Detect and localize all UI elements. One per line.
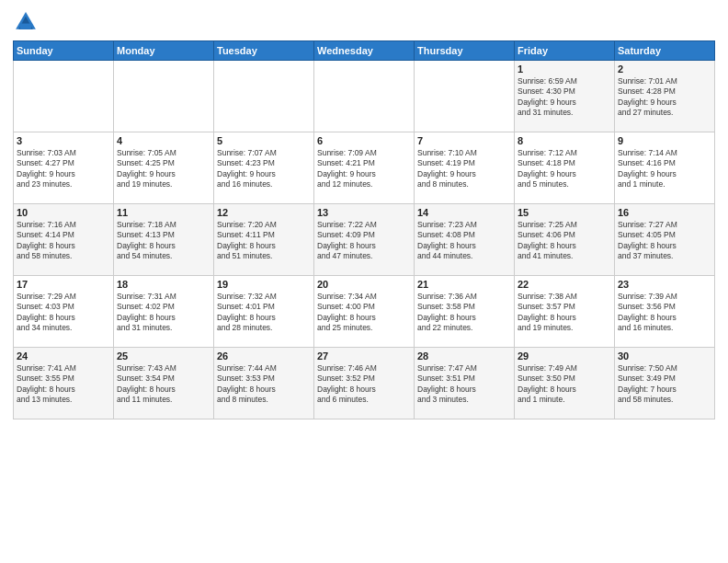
day-info: Sunrise: 7:38 AM Sunset: 3:57 PM Dayligh… <box>518 292 611 334</box>
day-info: Sunrise: 7:27 AM Sunset: 4:05 PM Dayligh… <box>618 220 711 262</box>
day-cell: 1Sunrise: 6:59 AM Sunset: 4:30 PM Daylig… <box>515 61 615 132</box>
day-number: 9 <box>618 135 711 146</box>
col-header-sunday: Sunday <box>14 41 114 61</box>
day-cell: 16Sunrise: 7:27 AM Sunset: 4:05 PM Dayli… <box>615 204 715 276</box>
day-info: Sunrise: 7:20 AM Sunset: 4:11 PM Dayligh… <box>217 220 311 262</box>
day-info: Sunrise: 7:03 AM Sunset: 4:27 PM Dayligh… <box>17 148 110 190</box>
day-cell: 11Sunrise: 7:18 AM Sunset: 4:13 PM Dayli… <box>114 204 214 276</box>
day-number: 28 <box>417 350 511 362</box>
day-cell: 13Sunrise: 7:22 AM Sunset: 4:09 PM Dayli… <box>314 204 415 276</box>
day-cell: 26Sunrise: 7:44 AM Sunset: 3:53 PM Dayli… <box>214 348 314 419</box>
day-info: Sunrise: 7:34 AM Sunset: 4:00 PM Dayligh… <box>317 292 411 334</box>
day-cell: 24Sunrise: 7:41 AM Sunset: 3:55 PM Dayli… <box>14 348 114 419</box>
day-number: 25 <box>117 350 210 362</box>
day-number: 20 <box>317 279 411 290</box>
day-info: Sunrise: 7:39 AM Sunset: 3:56 PM Dayligh… <box>618 292 711 334</box>
day-cell: 8Sunrise: 7:12 AM Sunset: 4:18 PM Daylig… <box>515 132 615 204</box>
day-info: Sunrise: 7:43 AM Sunset: 3:54 PM Dayligh… <box>117 363 210 406</box>
day-cell: 22Sunrise: 7:38 AM Sunset: 3:57 PM Dayli… <box>515 276 615 348</box>
logo <box>13 9 42 35</box>
week-row-4: 17Sunrise: 7:29 AM Sunset: 4:03 PM Dayli… <box>14 276 715 348</box>
col-header-wednesday: Wednesday <box>314 41 415 61</box>
logo-icon <box>13 9 39 35</box>
header-row: SundayMondayTuesdayWednesdayThursdayFrid… <box>14 41 715 61</box>
day-number: 17 <box>17 279 110 290</box>
day-number: 12 <box>217 207 311 218</box>
day-number: 7 <box>417 135 511 146</box>
day-cell: 29Sunrise: 7:49 AM Sunset: 3:50 PM Dayli… <box>515 348 615 419</box>
svg-rect-2 <box>20 24 31 29</box>
day-number: 5 <box>217 135 311 146</box>
day-cell: 9Sunrise: 7:14 AM Sunset: 4:16 PM Daylig… <box>615 132 715 204</box>
page: SundayMondayTuesdayWednesdayThursdayFrid… <box>0 0 728 563</box>
day-number: 23 <box>618 279 711 290</box>
day-info: Sunrise: 7:46 AM Sunset: 3:52 PM Dayligh… <box>317 363 411 406</box>
week-row-2: 3Sunrise: 7:03 AM Sunset: 4:27 PM Daylig… <box>14 132 715 204</box>
day-info: Sunrise: 7:36 AM Sunset: 3:58 PM Dayligh… <box>417 292 511 334</box>
col-header-monday: Monday <box>114 41 214 61</box>
day-info: Sunrise: 7:41 AM Sunset: 3:55 PM Dayligh… <box>17 363 110 406</box>
day-cell: 23Sunrise: 7:39 AM Sunset: 3:56 PM Dayli… <box>615 276 715 348</box>
day-cell: 20Sunrise: 7:34 AM Sunset: 4:00 PM Dayli… <box>314 276 415 348</box>
day-cell <box>415 61 515 132</box>
day-cell: 28Sunrise: 7:47 AM Sunset: 3:51 PM Dayli… <box>415 348 515 419</box>
day-info: Sunrise: 7:05 AM Sunset: 4:25 PM Dayligh… <box>117 148 210 190</box>
day-info: Sunrise: 7:44 AM Sunset: 3:53 PM Dayligh… <box>217 363 311 406</box>
day-cell: 4Sunrise: 7:05 AM Sunset: 4:25 PM Daylig… <box>114 132 214 204</box>
day-cell: 10Sunrise: 7:16 AM Sunset: 4:14 PM Dayli… <box>14 204 114 276</box>
day-number: 13 <box>317 207 411 218</box>
week-row-3: 10Sunrise: 7:16 AM Sunset: 4:14 PM Dayli… <box>14 204 715 276</box>
day-cell: 27Sunrise: 7:46 AM Sunset: 3:52 PM Dayli… <box>314 348 415 419</box>
day-cell: 6Sunrise: 7:09 AM Sunset: 4:21 PM Daylig… <box>314 132 415 204</box>
day-number: 3 <box>17 135 110 146</box>
day-info: Sunrise: 7:29 AM Sunset: 4:03 PM Dayligh… <box>17 292 110 334</box>
day-number: 2 <box>618 63 711 75</box>
header <box>13 9 715 35</box>
day-cell <box>114 61 214 132</box>
day-number: 24 <box>17 350 110 362</box>
day-cell: 17Sunrise: 7:29 AM Sunset: 4:03 PM Dayli… <box>14 276 114 348</box>
day-number: 26 <box>217 350 311 362</box>
day-number: 8 <box>518 135 611 146</box>
day-number: 16 <box>618 207 711 218</box>
day-cell <box>214 61 314 132</box>
day-number: 21 <box>417 279 511 290</box>
day-info: Sunrise: 7:32 AM Sunset: 4:01 PM Dayligh… <box>217 292 311 334</box>
day-cell <box>14 61 114 132</box>
col-header-friday: Friday <box>515 41 615 61</box>
day-info: Sunrise: 7:14 AM Sunset: 4:16 PM Dayligh… <box>618 148 711 190</box>
day-info: Sunrise: 7:18 AM Sunset: 4:13 PM Dayligh… <box>117 220 210 262</box>
day-cell: 7Sunrise: 7:10 AM Sunset: 4:19 PM Daylig… <box>415 132 515 204</box>
day-cell: 30Sunrise: 7:50 AM Sunset: 3:49 PM Dayli… <box>615 348 715 419</box>
day-cell <box>314 61 415 132</box>
day-number: 10 <box>17 207 110 218</box>
day-number: 27 <box>317 350 411 362</box>
day-number: 6 <box>317 135 411 146</box>
day-info: Sunrise: 7:09 AM Sunset: 4:21 PM Dayligh… <box>317 148 411 190</box>
day-info: Sunrise: 7:01 AM Sunset: 4:28 PM Dayligh… <box>618 76 711 119</box>
day-info: Sunrise: 7:07 AM Sunset: 4:23 PM Dayligh… <box>217 148 311 190</box>
day-number: 15 <box>518 207 611 218</box>
day-number: 4 <box>117 135 210 146</box>
day-cell: 21Sunrise: 7:36 AM Sunset: 3:58 PM Dayli… <box>415 276 515 348</box>
day-number: 22 <box>518 279 611 290</box>
day-cell: 12Sunrise: 7:20 AM Sunset: 4:11 PM Dayli… <box>214 204 314 276</box>
day-cell: 2Sunrise: 7:01 AM Sunset: 4:28 PM Daylig… <box>615 61 715 132</box>
col-header-thursday: Thursday <box>415 41 515 61</box>
day-cell: 19Sunrise: 7:32 AM Sunset: 4:01 PM Dayli… <box>214 276 314 348</box>
col-header-tuesday: Tuesday <box>214 41 314 61</box>
day-info: Sunrise: 7:25 AM Sunset: 4:06 PM Dayligh… <box>518 220 611 262</box>
day-number: 19 <box>217 279 311 290</box>
calendar-table: SundayMondayTuesdayWednesdayThursdayFrid… <box>13 40 715 419</box>
day-cell: 15Sunrise: 7:25 AM Sunset: 4:06 PM Dayli… <box>515 204 615 276</box>
day-info: Sunrise: 7:31 AM Sunset: 4:02 PM Dayligh… <box>117 292 210 334</box>
week-row-1: 1Sunrise: 6:59 AM Sunset: 4:30 PM Daylig… <box>14 61 715 132</box>
day-cell: 25Sunrise: 7:43 AM Sunset: 3:54 PM Dayli… <box>114 348 214 419</box>
day-cell: 5Sunrise: 7:07 AM Sunset: 4:23 PM Daylig… <box>214 132 314 204</box>
day-number: 11 <box>117 207 210 218</box>
day-info: Sunrise: 7:49 AM Sunset: 3:50 PM Dayligh… <box>518 363 611 406</box>
day-info: Sunrise: 7:50 AM Sunset: 3:49 PM Dayligh… <box>618 363 711 406</box>
day-number: 1 <box>518 63 611 75</box>
day-info: Sunrise: 7:22 AM Sunset: 4:09 PM Dayligh… <box>317 220 411 262</box>
day-number: 14 <box>417 207 511 218</box>
